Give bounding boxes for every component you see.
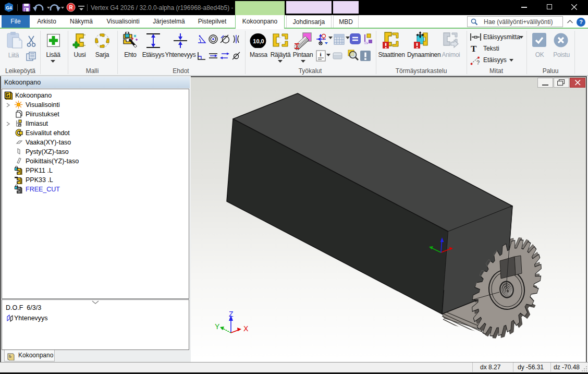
svg-text:Z: Z [229,310,234,318]
svg-text:Y: Y [215,322,220,331]
svg-text:?: ? [476,59,480,66]
svg-text:10,0: 10,0 [253,38,264,44]
svg-text:X: X [243,324,249,333]
svg-text:R: R [69,5,73,10]
svg-text:G4: G4 [6,5,12,10]
svg-text:i: i [320,51,321,57]
